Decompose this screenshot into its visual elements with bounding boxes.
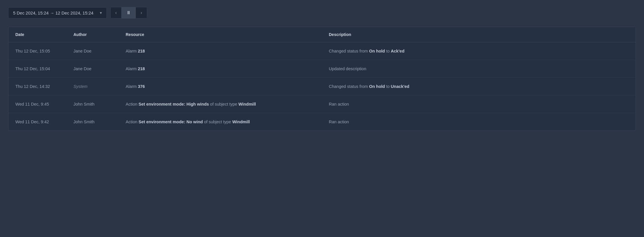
table-row: Thu 12 Dec, 15:05Jane DoeAlarm 218Change… xyxy=(8,42,636,60)
description-text: Ran action xyxy=(329,120,349,124)
prev-button[interactable]: ‹ xyxy=(111,7,121,18)
cell-date: Wed 11 Dec, 9:45 xyxy=(8,95,66,113)
cell-author: John Smith xyxy=(66,95,119,113)
resource-bold: 218 xyxy=(138,66,145,71)
description-text: Changed status from xyxy=(329,49,369,53)
cell-resource: Action Set environment mode: High winds … xyxy=(119,95,322,113)
cell-date: Thu 12 Dec, 14:32 xyxy=(8,78,66,95)
toolbar: 5 Dec 2024, 15:24 → 12 Dec 2024, 15:24 ▾… xyxy=(8,7,636,19)
header-description: Description xyxy=(322,27,636,42)
header-author: Author xyxy=(66,27,119,42)
resource-bold: 376 xyxy=(138,84,145,89)
resource-suffix: of subject type xyxy=(203,120,232,124)
description-bold: On hold xyxy=(369,84,385,89)
table-row: Wed 11 Dec, 9:42John SmithAction Set env… xyxy=(8,113,636,131)
description-text: Changed status from xyxy=(329,84,369,89)
cell-resource: Alarm 218 xyxy=(119,42,322,60)
cell-author: John Smith xyxy=(66,113,119,131)
audit-log-table: Date Author Resource Description Thu 12 … xyxy=(8,27,636,131)
header-resource: Resource xyxy=(119,27,322,42)
resource-bold2: Windmill xyxy=(232,120,250,124)
cell-author: Jane Doe xyxy=(66,42,119,60)
date-range-selector[interactable]: 5 Dec 2024, 15:24 → 12 Dec 2024, 15:24 ▾ xyxy=(8,7,107,19)
resource-bold: Set environment mode: High winds xyxy=(138,102,209,106)
nav-controls: ‹ ⏸ › xyxy=(110,7,147,19)
description-text: to xyxy=(385,84,391,89)
cell-date: Wed 11 Dec, 9:42 xyxy=(8,113,66,131)
cell-resource: Alarm 376 xyxy=(119,78,322,95)
description-text: to xyxy=(385,49,391,53)
cell-description: Updated description xyxy=(322,60,636,78)
resource-bold2: Windmill xyxy=(238,102,256,106)
cell-description: Changed status from On hold to Unack'ed xyxy=(322,78,636,95)
next-button[interactable]: › xyxy=(136,7,147,18)
description-bold: On hold xyxy=(369,49,385,53)
table-header: Date Author Resource Description xyxy=(8,27,636,42)
resource-bold: 218 xyxy=(138,49,145,53)
resource-prefix: Alarm xyxy=(126,84,138,89)
audit-log-table-container: Date Author Resource Description Thu 12 … xyxy=(8,27,636,131)
resource-prefix: Alarm xyxy=(126,66,138,71)
description-text: Ran action xyxy=(329,102,349,106)
cell-description: Changed status from On hold to Ack'ed xyxy=(322,42,636,60)
description-text: Updated description xyxy=(329,66,366,71)
table-body: Thu 12 Dec, 15:05Jane DoeAlarm 218Change… xyxy=(8,42,636,131)
resource-suffix: of subject type xyxy=(209,102,239,106)
cell-description: Ran action xyxy=(322,113,636,131)
cell-resource: Action Set environment mode: No wind of … xyxy=(119,113,322,131)
resource-prefix: Action xyxy=(126,102,138,106)
table-row: Thu 12 Dec, 15:04Jane DoeAlarm 218Update… xyxy=(8,60,636,78)
chevron-down-icon: ▾ xyxy=(100,10,102,15)
resource-prefix: Alarm xyxy=(126,49,138,53)
header-date: Date xyxy=(8,27,66,42)
description-bold: Unack'ed xyxy=(391,84,410,89)
cell-description: Ran action xyxy=(322,95,636,113)
cell-date: Thu 12 Dec, 15:05 xyxy=(8,42,66,60)
resource-prefix: Action xyxy=(126,120,138,124)
cell-date: Thu 12 Dec, 15:04 xyxy=(8,60,66,78)
cell-resource: Alarm 218 xyxy=(119,60,322,78)
table-row: Wed 11 Dec, 9:45John SmithAction Set env… xyxy=(8,95,636,113)
pause-button[interactable]: ⏸ xyxy=(122,7,136,18)
cell-author: Jane Doe xyxy=(66,60,119,78)
table-row: Thu 12 Dec, 14:32SystemAlarm 376Changed … xyxy=(8,78,636,95)
cell-author: System xyxy=(66,78,119,95)
date-range-text: 5 Dec 2024, 15:24 → 12 Dec 2024, 15:24 xyxy=(13,10,97,15)
resource-bold: Set environment mode: No wind xyxy=(138,120,203,124)
description-bold: Ack'ed xyxy=(391,49,405,53)
